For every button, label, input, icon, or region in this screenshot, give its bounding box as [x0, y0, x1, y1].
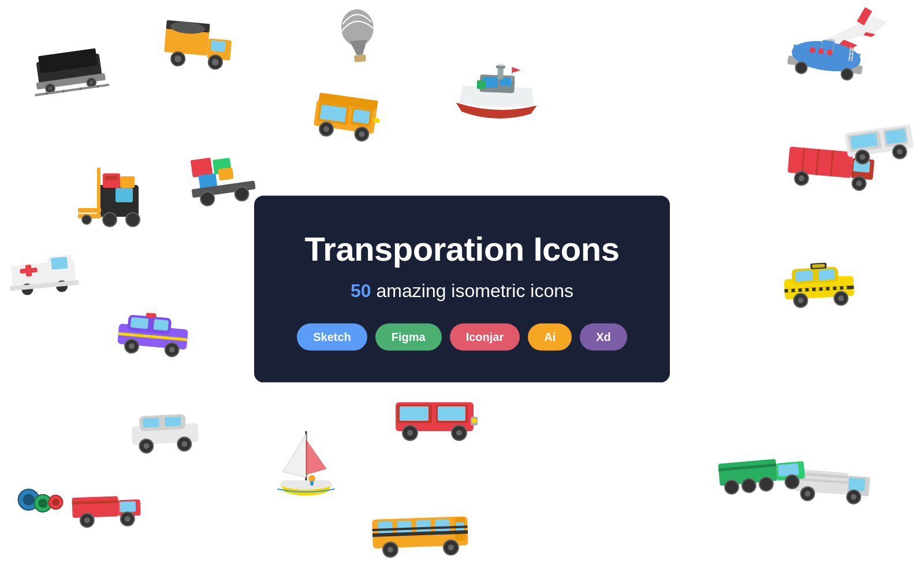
- dump-truck-icon: [159, 14, 240, 81]
- tank-rail-car-icon: [782, 27, 870, 92]
- svg-rect-159: [795, 288, 798, 292]
- svg-rect-173: [848, 477, 865, 491]
- svg-rect-164: [829, 287, 833, 290]
- svg-rect-165: [836, 286, 840, 290]
- svg-rect-153: [795, 271, 813, 282]
- shipping-truck-icon: [184, 146, 260, 215]
- svg-rect-162: [815, 287, 819, 291]
- svg-line-10: [46, 92, 47, 95]
- svg-line-32: [851, 50, 854, 50]
- svg-point-185: [759, 476, 774, 491]
- svg-rect-120: [378, 521, 393, 535]
- badges-row: Sketch Figma Iconjar Ai Xd: [295, 323, 629, 350]
- svg-rect-121: [397, 521, 412, 534]
- svg-rect-69: [143, 418, 159, 428]
- badge-iconjar[interactable]: Iconjar: [450, 323, 520, 350]
- svg-rect-44: [105, 176, 118, 180]
- orange-van-icon: [308, 85, 385, 151]
- svg-point-184: [742, 478, 757, 493]
- badge-sketch[interactable]: Sketch: [297, 323, 367, 350]
- svg-point-47: [126, 213, 140, 227]
- svg-rect-51: [51, 257, 68, 269]
- svg-point-46: [103, 213, 117, 227]
- svg-rect-158: [788, 289, 791, 292]
- svg-rect-107: [310, 481, 314, 486]
- construction-vehicle-icon: [714, 444, 811, 501]
- svg-line-33: [850, 54, 853, 54]
- svg-rect-154: [818, 269, 835, 280]
- svg-line-12: [80, 88, 81, 90]
- forklift-icon: [75, 156, 150, 234]
- hot-air-balloon-icon: [333, 4, 384, 68]
- svg-rect-99: [497, 66, 504, 79]
- school-bus-icon: [368, 505, 474, 562]
- card-title: Transporation Icons: [295, 231, 629, 268]
- subtitle-number: 50: [351, 280, 371, 301]
- hero-card: Transporation Icons 50 amazing isometric…: [254, 196, 670, 383]
- svg-rect-92: [218, 167, 234, 180]
- svg-rect-43: [103, 173, 120, 188]
- svg-point-116: [407, 430, 413, 436]
- svg-rect-123: [435, 519, 450, 532]
- svg-rect-160: [802, 288, 805, 291]
- svg-rect-166: [843, 286, 847, 290]
- svg-rect-114: [472, 418, 476, 423]
- police-car-icon: [110, 303, 196, 364]
- svg-rect-161: [808, 288, 812, 291]
- svg-rect-17: [211, 40, 226, 52]
- ambulance-icon: [7, 246, 80, 300]
- white-car-icon: [126, 403, 203, 458]
- card-subtitle: 50 amazing isometric icons: [295, 280, 629, 301]
- svg-rect-146: [885, 129, 907, 144]
- svg-rect-45: [120, 176, 135, 188]
- taxi-icon: [778, 255, 862, 313]
- svg-line-13: [98, 85, 98, 87]
- svg-point-183: [724, 480, 739, 495]
- svg-line-11: [64, 90, 64, 92]
- badge-ai[interactable]: Ai: [528, 323, 572, 350]
- svg-rect-163: [822, 287, 826, 290]
- svg-rect-122: [416, 520, 431, 533]
- sailboat-icon: [271, 425, 341, 509]
- svg-point-48: [82, 215, 91, 224]
- svg-line-34: [850, 58, 852, 58]
- red-van-icon: [393, 391, 479, 445]
- svg-rect-60: [154, 319, 169, 331]
- subtitle-text: amazing isometric icons: [371, 280, 573, 301]
- svg-rect-39: [116, 188, 133, 202]
- badge-figma[interactable]: Figma: [375, 323, 442, 350]
- svg-rect-110: [400, 406, 429, 421]
- svg-rect-182: [778, 464, 799, 477]
- svg-rect-81: [72, 496, 118, 518]
- rail-car-icon: [29, 41, 110, 99]
- white-van-icon: [840, 110, 921, 172]
- svg-rect-59: [131, 317, 148, 329]
- svg-rect-194: [373, 118, 379, 123]
- svg-point-118: [456, 430, 462, 436]
- svg-rect-70: [165, 417, 181, 427]
- badge-xd[interactable]: Xd: [580, 323, 627, 350]
- svg-rect-103: [487, 79, 494, 86]
- svg-rect-53: [25, 265, 32, 277]
- svg-rect-193: [352, 109, 370, 124]
- svg-point-186: [785, 475, 800, 490]
- svg-rect-102: [477, 80, 486, 90]
- cable-roll-icon: [16, 470, 76, 521]
- ship-icon: [449, 62, 544, 137]
- svg-rect-1: [354, 54, 366, 62]
- red-truck-icon: [68, 479, 145, 533]
- svg-rect-42: [97, 168, 100, 214]
- svg-rect-112: [438, 406, 465, 421]
- svg-rect-83: [120, 501, 136, 512]
- svg-rect-156: [812, 264, 825, 268]
